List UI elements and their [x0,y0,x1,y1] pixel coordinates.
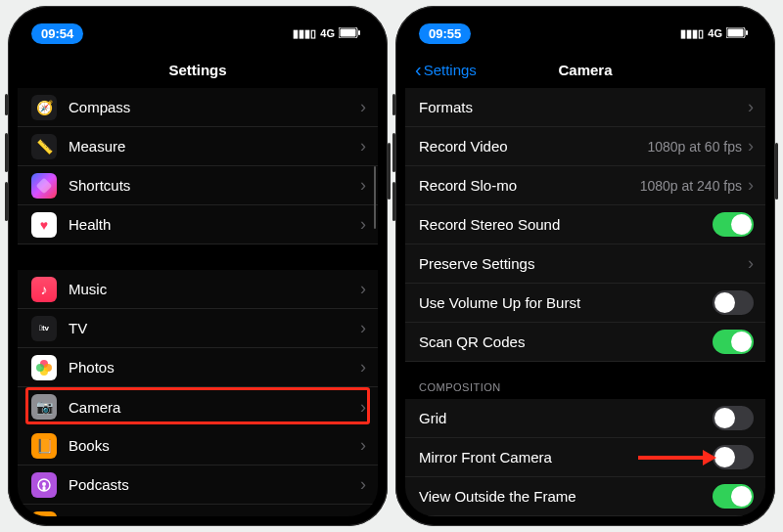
row-label: Camera [69,399,360,416]
row-label: Record Stereo Sound [419,216,713,233]
row-label: Books [69,437,360,454]
svg-rect-8 [728,28,744,36]
back-label: Settings [424,62,477,78]
row-label: Photos [69,359,360,376]
row-label: Preserve Settings [419,255,748,272]
toggle-mirror-front-camera[interactable] [713,445,754,469]
annotation-arrow [638,456,705,460]
scroll-indicator[interactable] [374,166,376,229]
row-label: Shortcuts [69,177,360,194]
phone-left: 09:54 ▮▮▮▯ 4G Settings 🧭 Compass › 📏 Mea… [8,6,388,526]
power-button [775,143,778,200]
photos-icon [31,355,57,380]
row-podcasts[interactable]: Podcasts › [18,466,378,505]
row-label: Record Slo-mo [419,177,640,194]
volume-down-button [5,182,8,221]
row-compass[interactable]: 🧭 Compass › [18,88,378,127]
mute-switch [392,94,395,115]
svg-rect-1 [341,28,356,36]
navbar: ‹ Settings Camera [405,51,765,88]
chevron-right-icon: › [748,97,754,117]
compass-icon: 🧭 [31,95,57,120]
measure-icon: 📏 [31,134,57,159]
network-label: 4G [320,27,335,39]
notch [119,16,276,41]
row-books[interactable]: 📙 Books › [18,426,378,466]
tv-icon: tv [31,316,57,341]
volume-down-button [392,182,395,221]
shortcuts-icon [31,173,57,199]
chevron-right-icon: › [748,253,754,274]
row-record-slomo[interactable]: Record Slo-mo 1080p at 240 fps › [405,166,765,205]
row-value: 1080p at 240 fps [640,178,742,194]
svg-point-5 [42,482,46,486]
toggle-view-outside-frame[interactable] [713,484,754,509]
navbar: Settings [18,51,378,88]
screen-camera-settings: 09:55 ▮▮▮▯ 4G ‹ Settings Camera Formats … [405,16,765,516]
back-button[interactable]: ‹ Settings [415,60,477,79]
mute-switch [5,94,8,115]
section-header-composition: COMPOSITION [405,362,765,399]
toggle-volume-burst[interactable] [713,290,754,315]
row-grid: Grid [405,399,765,438]
toggle-grid[interactable] [713,406,754,430]
svg-rect-9 [746,30,748,35]
row-health[interactable]: ♥ Health › [18,205,378,244]
camera-icon: 📷 [31,394,57,420]
chevron-right-icon: › [360,97,366,117]
screen-settings: 09:54 ▮▮▮▯ 4G Settings 🧭 Compass › 📏 Mea… [18,16,378,516]
chevron-right-icon: › [748,136,754,156]
network-label: 4G [708,27,722,39]
row-mirror-front-camera: Mirror Front Camera [405,438,765,477]
row-label: TV [69,320,360,336]
volume-up-button [392,133,395,172]
settings-list[interactable]: 🧭 Compass › 📏 Measure › Shortcuts › ♥ He… [18,88,378,516]
chevron-right-icon: › [360,435,366,456]
battery-icon [726,27,748,40]
row-label: Use Volume Up for Burst [419,294,713,311]
battery-icon [339,27,360,40]
music-icon: ♪ [31,277,57,302]
svg-rect-2 [358,30,360,35]
notch [507,16,664,41]
camera-settings-list[interactable]: Formats › Record Video 1080p at 60 fps ›… [405,88,765,516]
row-itunesu[interactable]: 🎓 iTunes U › [18,505,378,516]
toggle-scan-qr[interactable] [713,330,754,354]
row-view-outside-frame: View Outside the Frame [405,477,765,516]
page-title: Settings [168,62,226,78]
row-label: Compass [69,99,360,115]
status-time[interactable]: 09:54 [31,23,83,44]
chevron-right-icon: › [360,175,366,196]
row-tv[interactable]: tv TV › [18,309,378,348]
chevron-right-icon: › [360,474,366,495]
chevron-right-icon: › [360,513,366,516]
books-icon: 📙 [31,433,57,459]
signal-icon: ▮▮▮▯ [680,27,704,40]
row-formats[interactable]: Formats › [405,88,765,127]
row-photos[interactable]: Photos › [18,348,378,387]
row-camera[interactable]: 📷 Camera › [18,387,378,426]
section-gap [18,244,378,270]
chevron-right-icon: › [360,214,366,235]
row-value: 1080p at 60 fps [647,139,742,155]
row-label: Health [69,216,360,233]
row-record-video[interactable]: Record Video 1080p at 60 fps › [405,127,765,166]
chevron-left-icon: ‹ [415,60,422,79]
chevron-right-icon: › [360,357,366,377]
toggle-stereo-sound[interactable] [713,212,754,237]
status-time[interactable]: 09:55 [419,23,471,44]
row-preserve-settings[interactable]: Preserve Settings › [405,244,765,284]
signal-icon: ▮▮▮▯ [293,27,316,40]
row-measure[interactable]: 📏 Measure › [18,127,378,166]
row-label: iTunes U [69,515,360,516]
chevron-right-icon: › [360,397,366,418]
phone-right: 09:55 ▮▮▮▯ 4G ‹ Settings Camera Formats … [395,6,775,526]
svg-rect-6 [43,486,46,491]
row-shortcuts[interactable]: Shortcuts › [18,166,378,205]
power-button [388,143,391,200]
row-label: Scan QR Codes [419,333,713,350]
row-label: Grid [419,410,713,426]
row-music[interactable]: ♪ Music › [18,270,378,309]
podcasts-icon [31,472,57,498]
chevron-right-icon: › [360,279,366,299]
